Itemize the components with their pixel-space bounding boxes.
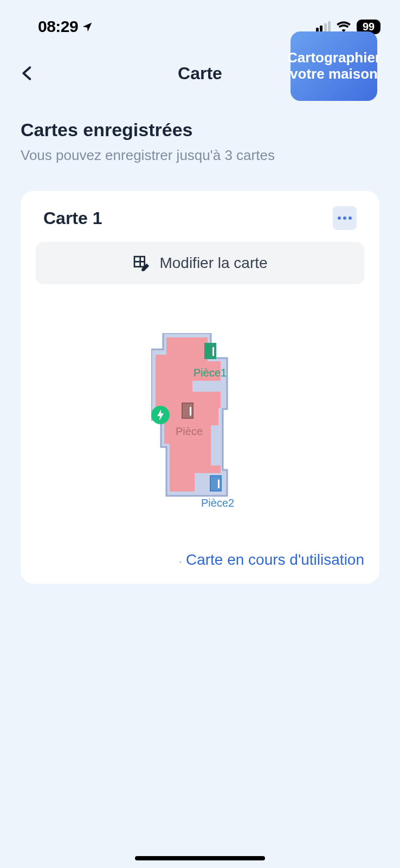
door-marker-piece2 — [210, 475, 222, 492]
more-dot-icon — [343, 216, 346, 220]
map-card-title: Carte 1 — [43, 208, 102, 228]
wifi-icon — [336, 21, 351, 33]
status-dot-icon: · — [179, 557, 181, 566]
map-card: Carte 1 Modifier la carte — [21, 191, 379, 584]
door-marker-piece1 — [204, 343, 216, 359]
status-time: 08:29 — [38, 17, 78, 36]
back-button[interactable] — [16, 62, 38, 84]
more-dot-icon — [338, 216, 341, 220]
map-card-header: Carte 1 — [36, 206, 364, 230]
chevron-left-icon — [18, 65, 36, 82]
more-dot-icon — [349, 216, 352, 220]
map-status-text: Carte en cours d'utilisation — [186, 551, 364, 568]
status-left: 08:29 — [38, 17, 93, 36]
room-label-piece2: Pièce2 — [201, 497, 234, 509]
location-icon — [81, 21, 93, 33]
section-header: Cartes enregistrées Vous pouvez enregist… — [0, 103, 400, 169]
section-subtitle: Vous pouvez enregistrer jusqu'à 3 cartes — [21, 147, 379, 164]
page-title: Carte — [178, 63, 222, 84]
edit-map-button[interactable]: Modifier la carte — [36, 242, 364, 284]
map-your-home-label: Cartographier votre maison — [287, 50, 380, 82]
edit-map-label: Modifier la carte — [159, 254, 267, 272]
more-options-button[interactable] — [333, 206, 357, 230]
edit-map-icon — [132, 254, 150, 272]
room-label-piece: Pièce — [176, 425, 203, 438]
home-indicator[interactable] — [135, 856, 265, 860]
map-your-home-button[interactable]: Cartographier votre maison — [291, 31, 377, 101]
room-label-piece1: Pièce1 — [193, 367, 227, 379]
header: Carte Cartographier votre maison — [0, 43, 400, 103]
map-status: ·Carte en cours d'utilisation — [36, 545, 364, 569]
signal-icon — [316, 21, 331, 32]
section-title: Cartes enregistrées — [21, 119, 379, 141]
floor-plan[interactable]: Pièce1 Pièce Pièce2 — [36, 295, 364, 545]
charging-station-icon — [151, 406, 170, 424]
door-marker-piece — [182, 403, 193, 419]
